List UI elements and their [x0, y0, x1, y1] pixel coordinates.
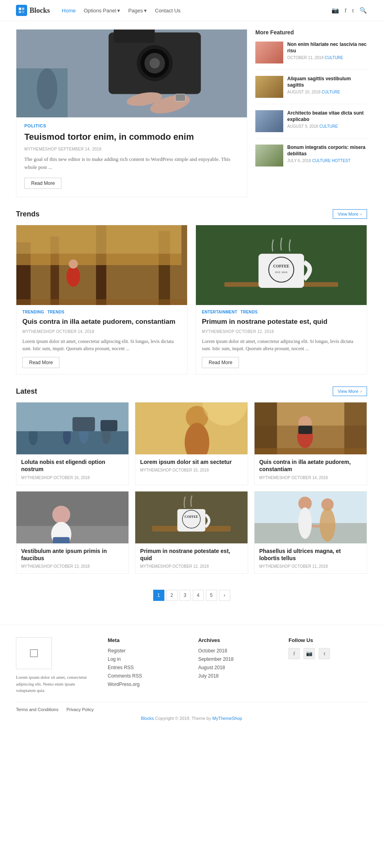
footer-archive-link-2[interactable]: September 2018 [198, 656, 277, 662]
trend-read-more-button-1[interactable]: Read More [22, 357, 59, 368]
svg-point-59 [52, 505, 70, 523]
latest-card-content-5: Primum in nostrane potestate est, quid M… [135, 543, 247, 573]
latest-card-title-5: Primum in nostrane potestate est, quid [140, 547, 243, 562]
svg-point-74 [320, 508, 335, 541]
footer-archive-link-1[interactable]: October 2018 [198, 648, 277, 654]
footer-grid: Lorem ipsum dolor sit amet, consectetur … [16, 637, 367, 694]
trend-meta-2: MYTHEMESHOP OCTOBER 12, 2018 [202, 329, 361, 334]
latest-title: Latest [16, 387, 37, 396]
footer-twitter-icon[interactable]: t [319, 648, 330, 659]
featured-meta: MYTHEMESHOP SEPTEMBER 14, 2018 [24, 147, 239, 151]
footer-meta-link-2[interactable]: Log in [108, 656, 186, 662]
latest-card-title-6: Phasellus id ultrices magna, et lobortis… [259, 547, 362, 562]
svg-rect-51 [344, 402, 367, 454]
trend-excerpt-2: Lorem ipsum dolor sit amet, consectetur … [202, 338, 361, 352]
svg-rect-2 [19, 11, 21, 13]
more-featured-item-meta: AUGUST 10, 2018 CULTURE [287, 90, 367, 94]
svg-point-24 [69, 260, 78, 269]
footer-social-icons: f 📷 t [288, 648, 367, 659]
page-4-button[interactable]: 4 [193, 590, 204, 601]
latest-card-1: Loluta nobis est eligendi option nostrum… [16, 402, 129, 485]
featured-title: Teuismod tortor enim, in commodo enim [24, 131, 239, 143]
footer-archives-title: Archives [198, 637, 277, 643]
latest-card-4: Vestibulum ante ipsum primis in faucibus… [16, 491, 129, 574]
page-2-button[interactable]: 2 [166, 590, 178, 601]
nav-pages[interactable]: Pages ▾ [128, 8, 147, 14]
more-featured-item-meta: JULY 6, 2018 CULTURE HOTTEST [287, 159, 367, 163]
svg-point-12 [150, 58, 160, 68]
latest-card-image-5: COFFEE [135, 491, 247, 543]
footer-meta-link-1[interactable]: Register [108, 648, 186, 654]
footer-meta-col: Meta Register Log in Entries RSS Comment… [108, 637, 186, 694]
more-featured-item: Aliquam sagittis vestibulum sagittis AUG… [255, 76, 367, 104]
terms-link[interactable]: Terms and Conditions [16, 707, 58, 712]
latest-card-meta-4: MYTHEMESHOP OCTOBER 13, 2018 [21, 564, 124, 569]
latest-card-6: Phasellus id ultrices magna, et lobortis… [254, 491, 367, 574]
trends-view-more-button[interactable]: View More › [333, 209, 367, 219]
brand-logo[interactable]: Blocks [16, 5, 50, 16]
footer-meta-link-5[interactable]: WordPress.org [108, 682, 186, 687]
footer-bottom-links: Terms and Conditions Privacy Policy [16, 702, 367, 712]
footer-meta-link-3[interactable]: Entries RSS [108, 665, 186, 670]
privacy-link[interactable]: Privacy Policy [66, 707, 93, 712]
featured-main-image [16, 30, 247, 117]
twitter-icon[interactable]: t [352, 7, 354, 14]
pagination: 1 2 3 4 5 › [16, 590, 367, 601]
more-featured-image-1 [255, 42, 283, 63]
trends-title: Trends [16, 210, 39, 218]
facebook-icon[interactable]: f [345, 7, 347, 14]
featured-section: POLITICS Teuismod tortor enim, in commod… [16, 29, 367, 197]
tag-label: CULTURE [322, 90, 340, 94]
mythemeshop-link[interactable]: MyThemeShop [212, 716, 242, 721]
latest-card-2: Lorem ipsum dolor sit am sectetur MYTHEM… [135, 402, 248, 485]
svg-rect-50 [255, 402, 277, 454]
footer-archive-link-3[interactable]: August 2018 [198, 665, 277, 670]
latest-card-meta-5: MYTHEMESHOP OCTOBER 12, 2018 [140, 564, 243, 569]
svg-rect-22 [16, 225, 182, 254]
trend-read-more-button-2[interactable]: Read More [202, 357, 239, 368]
latest-card-title-2: Lorem ipsum dolor sit am sectetur [140, 458, 243, 466]
more-featured-title: More Featured [255, 29, 367, 36]
more-featured-item: Bonum integratis corporis: misera debili… [255, 145, 367, 172]
trend-title-2: Primum in nostrane potestate est, quid [202, 317, 361, 326]
nav-social-icons: 📷 f t 🔍 [332, 7, 367, 14]
more-featured-item-title: Bonum integratis corporis: misera debili… [287, 145, 367, 157]
nav-home[interactable]: Home [62, 8, 76, 14]
pagination-next-button[interactable]: › [219, 590, 230, 601]
latest-card-title-3: Quis contra in illa aetate pudorem, cons… [259, 458, 362, 473]
navigation: Blocks Home Options Panel ▾ Pages ▾ Cont… [0, 0, 383, 21]
latest-section-header: Latest View More › [16, 386, 367, 396]
latest-view-more-button[interactable]: View More › [333, 386, 367, 396]
footer-archive-link-4[interactable]: July 2018 [198, 673, 277, 679]
latest-card-title-1: Loluta nobis est eligendi option nostrum [21, 458, 124, 473]
tag-label: CULTURE [319, 124, 338, 129]
more-featured-item-meta: OCTOBER 11, 2018 CULTURE [287, 55, 367, 60]
page-3-button[interactable]: 3 [180, 590, 191, 601]
footer-instagram-icon[interactable]: 📷 [304, 648, 315, 659]
featured-excerpt: The goal of this new editor is to make a… [24, 155, 239, 172]
svg-rect-15 [175, 94, 186, 101]
page-5-button[interactable]: 5 [206, 590, 217, 601]
latest-grid-row2: Vestibulum ante ipsum primis in faucibus… [16, 491, 367, 574]
footer-logo-box [16, 637, 52, 669]
arrow-right-icon: › [360, 212, 362, 216]
footer-facebook-icon[interactable]: f [288, 648, 300, 659]
more-featured-item-title: Aliquam sagittis vestibulum sagittis [287, 76, 367, 88]
svg-rect-0 [19, 8, 21, 10]
blocks-copyright-link[interactable]: Blocks [141, 716, 154, 721]
footer-meta-link-4[interactable]: Comments RSS [108, 673, 186, 679]
search-icon[interactable]: 🔍 [359, 7, 367, 14]
svg-rect-61 [53, 537, 69, 543]
coffee-scene: COFFEE EST. 2018 [196, 225, 367, 305]
instagram-icon[interactable]: 📷 [332, 7, 339, 14]
trend-card-content-1: TRENDING TRENDS Quis contra in illa aeta… [16, 305, 187, 374]
svg-text:COFFEE: COFFEE [273, 264, 290, 268]
featured-read-more-button[interactable]: Read More [24, 178, 61, 189]
svg-point-6 [37, 68, 57, 109]
nav-options-panel[interactable]: Options Panel ▾ [84, 8, 120, 14]
brand-name: Blocks [30, 6, 50, 15]
nav-contact[interactable]: Contact Us [155, 8, 180, 14]
footer-social-col: Follow Us f 📷 t [288, 637, 367, 694]
trend-categories-1: TRENDING TRENDS [22, 310, 181, 314]
page-1-button[interactable]: 1 [153, 590, 164, 601]
